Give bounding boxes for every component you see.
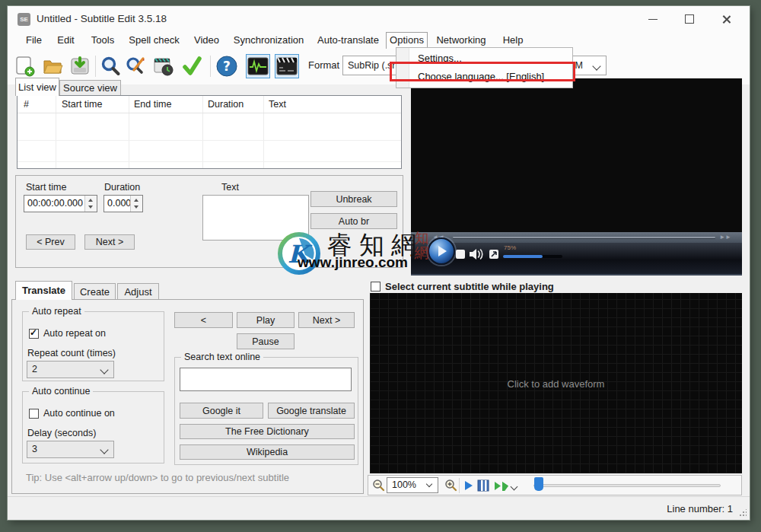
volume-slider[interactable] [503, 255, 562, 258]
zoom-out-icon[interactable] [372, 479, 385, 492]
app-icon: SE [18, 13, 30, 26]
open-file-button[interactable] [40, 54, 65, 78]
column-header-text[interactable]: Text [269, 99, 286, 110]
toolbar-separator [95, 56, 96, 77]
chevron-down-icon [100, 365, 108, 374]
tab-source-view[interactable]: Source view [59, 80, 121, 96]
menu-spell-check[interactable]: Spell check [122, 32, 186, 49]
play-button[interactable] [428, 237, 455, 265]
format-label: Format [308, 59, 339, 71]
waveform-zoom-value: 100% [392, 479, 416, 490]
seek-track[interactable] [453, 237, 715, 238]
repeat-count-combo[interactable]: 2 [27, 361, 114, 378]
repeat-count-label: Repeat count (times) [27, 348, 116, 358]
back-button[interactable]: < [174, 312, 233, 328]
google-it-button[interactable]: Google it [180, 403, 263, 419]
waveform-play-icon[interactable] [464, 480, 473, 491]
video-display[interactable] [411, 78, 742, 232]
search-text-input[interactable] [180, 368, 352, 391]
waveform-position-slider[interactable] [533, 484, 721, 487]
waveform-slider-thumb[interactable] [534, 477, 543, 491]
visual-sync-icon [153, 56, 174, 77]
chevron-down-icon[interactable] [511, 483, 518, 491]
help-button[interactable]: ? [215, 54, 239, 78]
column-divider [202, 96, 203, 168]
menu-synchronization[interactable]: Synchronization [227, 32, 310, 49]
volume-fill [503, 255, 543, 258]
stop-button[interactable] [456, 250, 465, 259]
duration-spinner[interactable]: 0.000 [103, 195, 143, 212]
menu-edit[interactable]: Edit [48, 32, 84, 49]
prev-button[interactable]: < Prev [26, 234, 75, 250]
pause-button[interactable]: Pause [237, 333, 295, 349]
annotation-highlight-box [390, 62, 575, 81]
wikipedia-button[interactable]: Wikipedia [180, 444, 355, 460]
menu-options[interactable]: Options [386, 32, 428, 49]
spinner-arrows[interactable] [130, 196, 142, 212]
search-text-online-group: Search text online Google it Google tran… [174, 357, 358, 465]
column-divider [56, 96, 56, 168]
new-file-button[interactable] [13, 54, 37, 78]
close-icon [721, 14, 731, 24]
select-current-subtitle-label: Select current subtitle while playing [385, 281, 554, 292]
speaker-icon[interactable] [469, 248, 484, 260]
find-button[interactable] [98, 54, 123, 78]
visual-sync-button[interactable] [151, 54, 176, 78]
waveform-area[interactable]: Click to add waveform [370, 293, 742, 473]
volume-percent: 75% [504, 244, 516, 251]
next-subtitle-button[interactable]: Next > [298, 312, 355, 328]
unbreak-button[interactable]: Unbreak [310, 191, 397, 207]
subtitle-list[interactable]: # Start time End time Duration Text [17, 95, 402, 169]
fullscreen-icon[interactable] [489, 249, 499, 260]
next-button[interactable]: Next > [84, 234, 135, 250]
column-header-duration[interactable]: Duration [208, 99, 244, 110]
auto-br-button[interactable]: Auto br [310, 213, 397, 229]
column-header-end-time[interactable]: End time [134, 99, 171, 110]
tab-list-view[interactable]: List view [15, 78, 59, 96]
tab-adjust[interactable]: Adjust [117, 283, 159, 300]
spinner-arrows[interactable] [84, 196, 97, 212]
menu-auto-translate[interactable]: Auto-translate [310, 32, 386, 49]
select-current-subtitle-checkbox[interactable] [371, 282, 380, 291]
spectrogram-icon[interactable] [477, 479, 489, 492]
menu-help[interactable]: Help [495, 32, 531, 49]
toggle-video-button[interactable] [275, 54, 299, 78]
delay-combo[interactable]: 3 [27, 441, 114, 458]
resize-grip[interactable] [739, 509, 747, 517]
free-dictionary-button[interactable]: The Free Dictionary [180, 424, 355, 439]
menu-tools[interactable]: Tools [84, 32, 122, 49]
google-translate-button[interactable]: Google translate [268, 403, 355, 419]
tab-create[interactable]: Create [74, 283, 116, 300]
menu-file[interactable]: File [20, 32, 48, 49]
toggle-waveform-button[interactable] [246, 54, 270, 78]
column-header-start-time[interactable]: Start time [62, 99, 103, 110]
start-time-spinner[interactable]: 00:00:00.000 [24, 195, 97, 212]
open-file-icon [42, 56, 63, 77]
auto-repeat-checkbox[interactable] [29, 329, 39, 339]
auto-continue-checkbox[interactable] [29, 409, 39, 419]
auto-repeat-checkbox-label: Auto repeat on [43, 328, 106, 339]
search-text-online-title: Search text online [181, 352, 263, 362]
minimize-button[interactable] [638, 9, 668, 29]
fast-forward-icon[interactable]: ►► [719, 234, 731, 241]
maximize-button[interactable] [674, 9, 705, 29]
replace-button[interactable] [123, 54, 148, 78]
zoom-in-icon[interactable] [444, 479, 457, 492]
save-icon [69, 56, 91, 77]
duration-label: Duration [104, 182, 140, 193]
menu-video[interactable]: Video [186, 32, 227, 49]
spell-check-button[interactable] [180, 54, 204, 78]
title-bar[interactable]: SE Untitled - Subtitle Edit 3.5.18 [8, 6, 750, 32]
playback-speed-icon[interactable] [494, 481, 511, 491]
close-button[interactable] [711, 9, 741, 29]
tab-translate[interactable]: Translate [15, 281, 72, 300]
desktop-background: SE Untitled - Subtitle Edit 3.5.18 File … [0, 0, 761, 532]
menu-networking[interactable]: Networking [428, 32, 495, 49]
waveform-zoom-combo[interactable]: 100% [387, 477, 438, 493]
play-subtitle-button[interactable]: Play [237, 312, 295, 328]
column-header-number[interactable]: # [24, 99, 29, 110]
video-seek-bar[interactable]: ◄◄ ►► [411, 232, 742, 243]
waveform-toolbar: 100% [368, 475, 742, 495]
save-button[interactable] [68, 54, 92, 78]
chevron-down-icon [426, 481, 432, 487]
